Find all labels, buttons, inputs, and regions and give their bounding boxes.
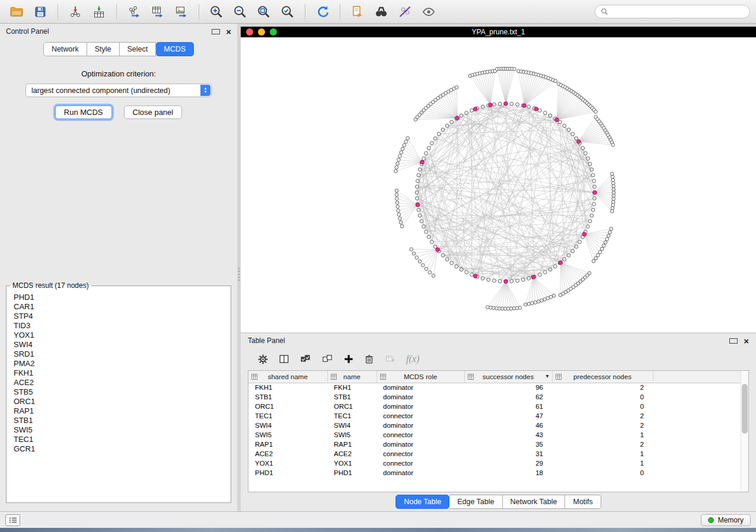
cell-name[interactable]: TEC1: [327, 411, 377, 421]
table-row[interactable]: YOX1YOX1connector291: [248, 459, 741, 468]
cell-name[interactable]: ACE2: [327, 449, 377, 459]
mcds-result-item[interactable]: YOX1: [14, 331, 224, 340]
cell-predecessors[interactable]: 1: [552, 430, 653, 440]
cell-name[interactable]: SWI4: [327, 421, 377, 430]
maximize-window-icon[interactable]: [270, 28, 277, 36]
refresh-layout-button[interactable]: [312, 3, 333, 21]
minimize-window-icon[interactable]: [258, 28, 265, 36]
column-header-mcds-role[interactable]: MCDS role: [377, 371, 464, 383]
cell-role[interactable]: dominator: [377, 440, 464, 449]
mcds-result-item[interactable]: STB1: [14, 416, 224, 425]
column-header-shared-name[interactable]: shared name: [248, 371, 327, 383]
vertical-splitter[interactable]: [237, 24, 241, 511]
table-row[interactable]: STB1STB1dominator620: [248, 392, 741, 402]
hide-graphics-button[interactable]: [394, 3, 416, 21]
memory-button[interactable]: Memory: [701, 514, 751, 526]
create-column-button[interactable]: [343, 354, 354, 364]
cell-successors[interactable]: 96: [464, 383, 552, 392]
table-row[interactable]: FKH1FKH1dominator962: [248, 383, 741, 392]
table-row[interactable]: PHD1PHD1dominator180: [248, 468, 741, 477]
table-row[interactable]: RAP1RAP1dominator352: [248, 440, 741, 449]
tab-edge-table[interactable]: Edge Table: [449, 495, 502, 509]
cell-shared_name[interactable]: YOX1: [248, 459, 327, 468]
mcds-result-item[interactable]: TID3: [14, 321, 224, 331]
cell-shared_name[interactable]: SWI4: [248, 421, 327, 430]
cell-shared_name[interactable]: RAP1: [248, 440, 327, 449]
cell-predecessors[interactable]: 2: [552, 411, 653, 421]
cell-successors[interactable]: 18: [464, 468, 552, 477]
tab-network[interactable]: Network: [43, 42, 87, 56]
criterion-select[interactable]: largest connected component (undirected)…: [25, 84, 212, 97]
cell-name[interactable]: PHD1: [327, 468, 377, 477]
table-row[interactable]: ORC1ORC1dominator610: [248, 402, 741, 411]
table-scrollbar[interactable]: [741, 371, 748, 492]
cell-predecessors[interactable]: 1: [552, 449, 653, 459]
cell-shared_name[interactable]: STB1: [248, 392, 327, 402]
cell-predecessors[interactable]: 0: [552, 468, 653, 477]
cell-shared_name[interactable]: ACE2: [248, 449, 327, 459]
show-graphics-button[interactable]: [418, 3, 439, 21]
cell-shared_name[interactable]: ORC1: [248, 402, 327, 411]
cell-name[interactable]: ORC1: [327, 402, 377, 411]
mcds-result-item[interactable]: FKH1: [14, 368, 224, 378]
cell-shared_name[interactable]: SWI5: [248, 430, 327, 440]
cell-role[interactable]: dominator: [377, 421, 464, 430]
unselect-all-columns-button[interactable]: [321, 354, 333, 364]
cell-shared_name[interactable]: FKH1: [248, 383, 327, 392]
zoom-selected-button[interactable]: [277, 3, 298, 21]
mcds-result-item[interactable]: SWI4: [14, 340, 224, 350]
zoom-fit-button[interactable]: [253, 3, 275, 21]
float-panel-icon[interactable]: [212, 29, 220, 34]
mcds-result-item[interactable]: CAR1: [14, 302, 224, 312]
show-panels-button[interactable]: [5, 514, 20, 526]
show-column-button[interactable]: [279, 354, 289, 364]
cell-successors[interactable]: 61: [464, 402, 552, 411]
mcds-result-item[interactable]: PHD1: [14, 293, 224, 302]
delete-table-button-disabled[interactable]: [384, 354, 396, 364]
column-header-name[interactable]: name: [327, 371, 377, 383]
table-row[interactable]: SWI5SWI5connector431: [248, 430, 741, 440]
mcds-result-item[interactable]: ACE2: [14, 378, 224, 387]
tab-style[interactable]: Style: [87, 42, 120, 56]
mcds-result-item[interactable]: STP4: [14, 312, 224, 321]
cell-name[interactable]: RAP1: [327, 440, 377, 449]
cell-predecessors[interactable]: 2: [552, 421, 653, 430]
import-table-button[interactable]: [88, 3, 110, 21]
cell-name[interactable]: FKH1: [327, 383, 377, 392]
close-panel-button[interactable]: Close panel: [124, 105, 183, 119]
cell-successors[interactable]: 31: [464, 449, 552, 459]
cell-successors[interactable]: 62: [464, 392, 552, 402]
table-settings-button[interactable]: [257, 354, 269, 365]
cell-predecessors[interactable]: 0: [552, 402, 653, 411]
close-window-icon[interactable]: [246, 28, 253, 36]
export-image-button[interactable]: [171, 3, 192, 21]
search-input[interactable]: [612, 7, 744, 17]
cell-successors[interactable]: 43: [464, 430, 552, 440]
mcds-result-item[interactable]: ORC1: [14, 397, 224, 406]
cell-role[interactable]: dominator: [377, 383, 464, 392]
delete-column-button[interactable]: [364, 354, 374, 365]
cell-role[interactable]: connector: [377, 459, 464, 468]
network-canvas[interactable]: [241, 37, 756, 332]
tab-network-table[interactable]: Network Table: [503, 495, 566, 509]
cell-successors[interactable]: 46: [464, 421, 552, 430]
mcds-result-item[interactable]: RAP1: [14, 406, 224, 416]
tab-select[interactable]: Select: [120, 42, 157, 56]
search-network-button[interactable]: [371, 3, 392, 21]
cell-role[interactable]: connector: [377, 449, 464, 459]
close-panel-icon[interactable]: ×: [226, 27, 231, 36]
network-graph[interactable]: [241, 37, 756, 332]
function-builder-button[interactable]: f(x): [406, 354, 419, 364]
zoom-in-button[interactable]: [206, 3, 227, 21]
column-header-successor-nodes[interactable]: successor nodes▾: [464, 371, 552, 383]
toolbar-search[interactable]: [595, 5, 750, 18]
mcds-result-item[interactable]: SWI5: [14, 425, 224, 435]
mcds-result-item[interactable]: SRD1: [14, 350, 224, 359]
cell-successors[interactable]: 29: [464, 459, 552, 468]
tab-mcds[interactable]: MCDS: [156, 42, 194, 56]
mcds-result-item[interactable]: PMA2: [14, 359, 224, 368]
mcds-result-item[interactable]: GCR1: [14, 444, 224, 454]
cell-role[interactable]: dominator: [377, 402, 464, 411]
cell-name[interactable]: SWI5: [327, 430, 377, 440]
tab-node-table[interactable]: Node Table: [395, 495, 449, 509]
